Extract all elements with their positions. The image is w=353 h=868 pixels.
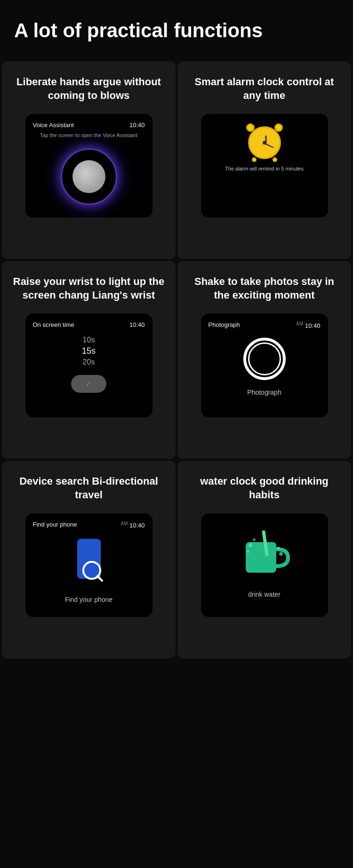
photograph-am: AM xyxy=(296,321,303,326)
page-title: A lot of practical functions xyxy=(0,0,353,57)
clock-body xyxy=(248,126,281,159)
find-phone-header: Find your phone AM 10:40 xyxy=(33,521,145,529)
check-button[interactable]: ✓ xyxy=(71,375,106,393)
mug-icon xyxy=(236,526,293,582)
clock-leg-right xyxy=(273,157,277,162)
svg-line-1 xyxy=(266,144,273,147)
find-phone-time-val: 10:40 xyxy=(129,522,145,529)
time-item-15s: 15s xyxy=(82,346,96,356)
find-phone-screen: Find your phone AM 10:40 Find your phone xyxy=(25,513,152,617)
alarm-clock-icon xyxy=(243,122,286,164)
svg-line-3 xyxy=(97,576,102,581)
drink-water-screen: drink water xyxy=(201,513,328,617)
alarm-screen: The alarm will remind in 5 minutes xyxy=(201,114,328,218)
photograph-screen-label: Photograph xyxy=(247,389,281,396)
search-overlay xyxy=(70,536,108,588)
card-device-search: Device search Bi-directional travel Find… xyxy=(2,461,176,658)
find-phone-am: AM xyxy=(120,521,128,526)
find-phone-time: AM 10:40 xyxy=(120,521,144,529)
voice-assistant-screen: Voice Assistant 10:40 Tap the screen to … xyxy=(25,114,152,218)
card-smart-alarm: Smart alarm clock control at any time Th… xyxy=(177,61,351,259)
find-phone-header-label: Find your phone xyxy=(33,521,77,529)
card-liberate-hands: Liberate hands argue without coming to b… xyxy=(2,61,176,259)
card-device-search-title: Device search Bi-directional travel xyxy=(11,475,166,502)
drink-water-label: drink water xyxy=(248,591,280,598)
svg-point-7 xyxy=(247,550,249,553)
on-screen-header: On screen time 10:40 xyxy=(33,321,145,328)
shutter-inner xyxy=(248,342,281,375)
voice-circle-inner xyxy=(72,160,105,193)
card-raise-wrist-title: Raise your wrist to light up the screen … xyxy=(11,275,166,302)
card-shake-photo: Shake to take photos stay in the excitin… xyxy=(177,261,351,459)
clock-leg-left xyxy=(252,157,257,162)
alarm-remind-text: The alarm will remind in 5 minutes xyxy=(225,166,304,171)
shutter-button xyxy=(243,338,286,380)
card-smart-alarm-title: Smart alarm clock control at any time xyxy=(187,75,342,102)
card-water-clock: water clock good drinking habits drink w… xyxy=(177,461,351,658)
find-phone-screen-label: Find your phone xyxy=(65,596,112,603)
voice-assistant-label: Voice Assistant xyxy=(33,122,74,129)
photograph-label: Photograph xyxy=(209,321,240,329)
card-liberate-hands-title: Liberate hands argue without coming to b… xyxy=(11,75,166,102)
svg-point-8 xyxy=(277,547,280,550)
card-raise-wrist: Raise your wrist to light up the screen … xyxy=(2,261,176,459)
cards-grid: Liberate hands argue without coming to b… xyxy=(0,57,353,663)
time-item-20s: 20s xyxy=(83,358,95,366)
card-water-clock-title: water clock good drinking habits xyxy=(187,475,342,502)
svg-point-6 xyxy=(249,544,252,547)
voice-assistant-subtitle: Tap the screen to open the Voice Assista… xyxy=(40,132,137,138)
voice-assistant-time: 10:40 xyxy=(129,122,145,129)
phone-search-icon xyxy=(70,536,108,588)
time-item-10s: 10s xyxy=(83,336,95,344)
on-screen-label: On screen time xyxy=(33,321,74,328)
card-shake-photo-title: Shake to take photos stay in the excitin… xyxy=(187,275,342,302)
photograph-header: Photograph AM 10:40 xyxy=(209,321,321,329)
photograph-screen: Photograph AM 10:40 Photograph xyxy=(201,314,328,417)
voice-circle-outer xyxy=(61,148,117,205)
on-screen-time-screen: On screen time 10:40 10s 15s 20s ✓ xyxy=(25,314,152,417)
clock-hands xyxy=(249,128,282,161)
photograph-time-val: 10:40 xyxy=(305,322,321,329)
check-mark-icon: ✓ xyxy=(85,379,92,389)
time-list: 10s 15s 20s xyxy=(33,336,145,366)
screen-header: Voice Assistant 10:40 xyxy=(33,122,145,129)
svg-point-9 xyxy=(279,552,283,556)
svg-point-10 xyxy=(253,538,256,541)
photograph-time: AM 10:40 xyxy=(296,321,320,329)
on-screen-time: 10:40 xyxy=(129,321,145,328)
